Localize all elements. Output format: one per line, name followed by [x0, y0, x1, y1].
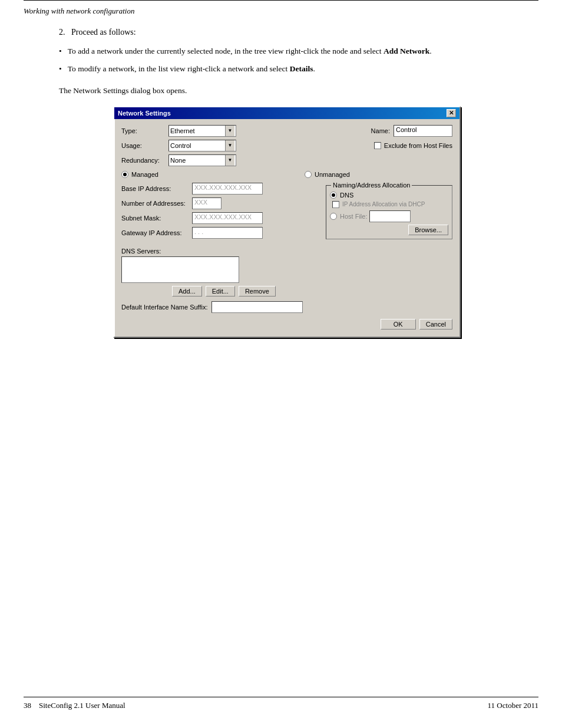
dialog-titlebar: Network Settings ✕: [114, 107, 459, 119]
type-select[interactable]: Ethernet ▼: [168, 125, 236, 137]
base-ip-value: XXX.XXX.XXX.XXX: [194, 184, 252, 191]
remove-button[interactable]: Remove: [239, 286, 276, 297]
dialog-footer: OK Cancel: [121, 319, 452, 330]
footer-date: 11 October 2011: [488, 701, 538, 710]
dns-section: DNS Servers: Add... Edit... Remove: [121, 248, 452, 297]
dns-buttons: Add... Edit... Remove: [121, 286, 452, 297]
ip-alloc-label: IP Address Allocation via DHCP: [342, 201, 425, 207]
step-header: 2. Proceed as follows:: [59, 28, 515, 37]
managed-radio[interactable]: [121, 171, 128, 178]
default-iface-input[interactable]: [211, 301, 303, 313]
unmanaged-radio[interactable]: [305, 171, 312, 178]
type-select-arrow[interactable]: ▼: [225, 126, 234, 136]
name-label: Name:: [371, 127, 390, 134]
dialog-close-button[interactable]: ✕: [447, 109, 456, 117]
cancel-btn-label: Cancel: [426, 321, 446, 328]
exclude-label: Exclude from Host Files: [384, 142, 452, 149]
dns-radio-row: DNS: [330, 192, 448, 199]
list-item: To add a network under the currently sel…: [59, 45, 515, 57]
bullet-2-bold: Details: [290, 64, 313, 73]
naming-groupbox-content: DNS IP Address Allocation via DHCP: [330, 192, 448, 235]
gateway-ip-label: Gateway IP Address:: [121, 229, 192, 236]
num-addresses-row: Number of Addresses: XXX: [121, 197, 320, 209]
default-iface-label: Default Interface Name Suffix:: [121, 304, 208, 311]
dns-radio-label: DNS: [340, 192, 353, 199]
subnet-mask-input[interactable]: XXX.XXX.XXX.XXX: [192, 212, 263, 224]
bullet-2-after: .: [313, 64, 315, 73]
naming-section: Naming/Address Allocation DNS: [326, 183, 452, 242]
redundancy-label: Redundancy:: [121, 157, 168, 164]
step-label: Proceed as follows:: [71, 28, 136, 37]
bullet-list: To add a network under the currently sel…: [59, 45, 515, 75]
num-addresses-input[interactable]: XXX: [192, 197, 222, 209]
list-item: To modify a network, in the list view ri…: [59, 63, 515, 75]
base-ip-row: Base IP Address: XXX.XXX.XXX.XXX: [121, 183, 320, 195]
usage-select[interactable]: Control ▼: [168, 140, 236, 151]
redundancy-select-arrow[interactable]: ▼: [225, 155, 234, 166]
redundancy-select[interactable]: None ▼: [168, 154, 236, 166]
gateway-ip-value: . . .: [194, 228, 203, 235]
cancel-button[interactable]: Cancel: [419, 319, 452, 330]
usage-select-value: Control: [170, 142, 225, 149]
footer-left: 38 SiteConfig 2.1 User Manual: [24, 701, 125, 710]
bullet-2-text: To modify a network, in the list view ri…: [68, 63, 315, 75]
top-rule: [24, 0, 538, 4]
gateway-ip-row: Gateway IP Address: . . .: [121, 227, 320, 239]
num-addresses-label: Number of Addresses:: [121, 200, 192, 207]
chapter-header: Working with network configuration: [0, 4, 562, 16]
naming-groupbox: Naming/Address Allocation DNS: [326, 185, 452, 239]
dialog-title: Network Settings: [118, 110, 171, 117]
host-file-radio[interactable]: [330, 213, 337, 220]
subnet-mask-row: Subnet Mask: XXX.XXX.XXX.XXX: [121, 212, 320, 224]
ok-btn-label: OK: [394, 321, 403, 328]
edit-button[interactable]: Edit...: [206, 286, 235, 297]
unmanaged-label: Unmanaged: [315, 171, 350, 178]
naming-groupbox-title: Naming/Address Allocation: [331, 182, 412, 189]
subnet-mask-value: XXX.XXX.XXX.XXX: [194, 213, 252, 220]
base-ip-input[interactable]: XXX.XXX.XXX.XXX: [192, 183, 263, 195]
page-footer: 38 SiteConfig 2.1 User Manual 11 October…: [24, 697, 538, 710]
host-file-radio-row: Host File:: [330, 210, 448, 222]
bullet-1-after: .: [429, 47, 431, 55]
subnet-mask-label: Subnet Mask:: [121, 215, 192, 222]
bullet-2-before: To modify a network, in the list view ri…: [68, 64, 290, 73]
managed-label: Managed: [131, 171, 158, 178]
dns-servers-label: DNS Servers:: [121, 248, 452, 255]
usage-select-arrow[interactable]: ▼: [225, 140, 234, 151]
step-number: 2.: [59, 28, 65, 37]
dialog-body: Type: Ethernet ▼ Name: Control: [114, 119, 459, 337]
type-select-value: Ethernet: [170, 127, 225, 134]
base-ip-label: Base IP Address:: [121, 185, 192, 192]
ip-alloc-checkbox[interactable]: [332, 201, 339, 208]
chapter-title: Working with network configuration: [24, 6, 134, 15]
usage-label: Usage:: [121, 142, 168, 149]
dns-listbox[interactable]: [121, 256, 239, 283]
ok-button[interactable]: OK: [381, 319, 416, 330]
network-settings-dialog: Network Settings ✕ Type: Ethernet ▼: [113, 106, 461, 338]
name-value: Control: [396, 126, 416, 133]
main-content: 2. Proceed as follows: To add a network …: [0, 16, 562, 361]
ip-fields-section: Base IP Address: XXX.XXX.XXX.XXX Number …: [121, 183, 320, 242]
host-file-input[interactable]: [369, 210, 411, 222]
default-iface-row: Default Interface Name Suffix:: [121, 301, 452, 313]
bullet-1-text: To add a network under the currently sel…: [68, 45, 432, 57]
name-input[interactable]: Control: [394, 125, 452, 137]
page: Working with network configuration 2. Pr…: [0, 0, 562, 728]
num-addresses-value: XXX: [194, 199, 207, 206]
bullet-1-before: To add a network under the currently sel…: [68, 47, 384, 55]
exclude-checkbox[interactable]: [374, 142, 381, 149]
gateway-ip-input[interactable]: . . .: [192, 227, 263, 239]
dns-radio[interactable]: [330, 192, 337, 199]
bullet-1-bold: Add Network: [384, 47, 429, 55]
page-number: 38: [24, 701, 31, 710]
dialog-intro: The Network Settings dialog box opens.: [59, 86, 515, 95]
dialog-wrapper: Network Settings ✕ Type: Ethernet ▼: [59, 106, 515, 338]
type-label: Type:: [121, 127, 168, 134]
managed-section: Base IP Address: XXX.XXX.XXX.XXX Number …: [121, 183, 452, 242]
host-file-radio-label: Host File:: [340, 213, 367, 220]
redundancy-select-value: None: [170, 157, 225, 164]
browse-button[interactable]: Browse...: [408, 225, 448, 235]
footer-product: SiteConfig 2.1 User Manual: [39, 701, 125, 710]
add-button[interactable]: Add...: [172, 286, 202, 297]
